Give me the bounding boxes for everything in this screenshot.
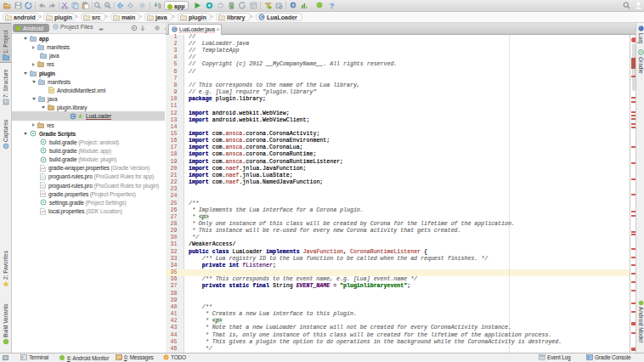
svg-text:C: C: [173, 27, 177, 32]
svg-text:C: C: [71, 114, 75, 119]
svg-text:C: C: [260, 14, 263, 20]
svg-text:?: ?: [330, 2, 335, 9]
